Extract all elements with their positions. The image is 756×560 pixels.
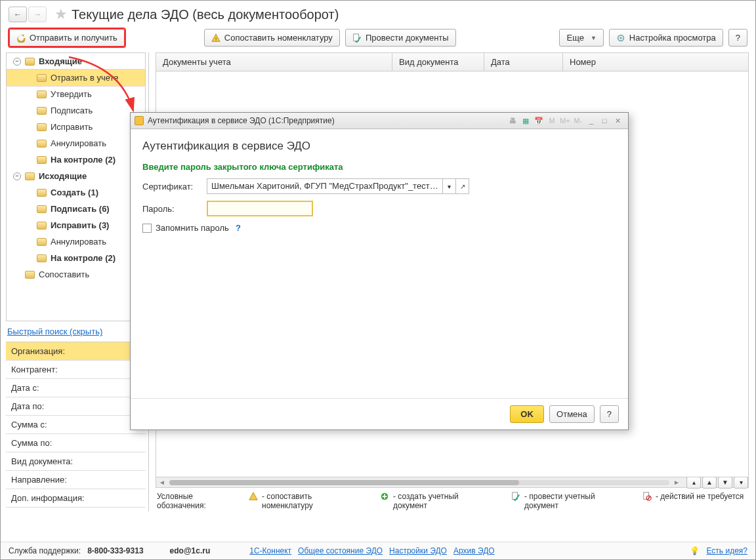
send-receive-label: Отправить и получить	[30, 33, 117, 43]
horizontal-scrollbar[interactable]: ◄ ► ▴ ▲ ▼ ▾	[156, 477, 749, 488]
legend-item-post: - провести учетный документ	[511, 492, 616, 510]
grid-icon[interactable]: ▦	[519, 115, 532, 127]
scroll-down-button[interactable]: ▼	[718, 477, 732, 489]
warning-icon	[249, 492, 258, 501]
remember-password-checkbox[interactable]	[142, 224, 152, 233]
column-date[interactable]: Дата	[484, 53, 563, 71]
filter-organization[interactable]: Организация:	[6, 342, 146, 361]
tree-item-label: На контроле (2)	[51, 253, 116, 263]
help-button[interactable]: ?	[728, 29, 747, 47]
tree-approve[interactable]: Утвердить	[7, 86, 145, 102]
tree-item-label: Отразить в учете	[51, 73, 119, 83]
filter-sum-to[interactable]: Сумма по:	[6, 434, 146, 452]
modal-titlebar[interactable]: Аутентификация в сервисе ЭДО (1С:Предпри…	[131, 113, 628, 129]
ok-button[interactable]: OK	[510, 405, 544, 423]
chevron-down-icon[interactable]: ▾	[442, 179, 455, 193]
nav-forward-button[interactable]: →	[28, 7, 47, 22]
print-icon[interactable]: 🖶	[506, 115, 519, 127]
tree-sign-out[interactable]: Подписать (6)	[7, 201, 145, 217]
more-button[interactable]: Еще ▼	[559, 29, 603, 47]
folder-icon	[25, 58, 35, 66]
m-plus-button[interactable]: M+	[558, 115, 572, 127]
tree-outgoing-label: Исходящие	[39, 171, 87, 181]
quick-search-link[interactable]: Быстрый поиск (скрыть)	[6, 321, 146, 342]
post-documents-button[interactable]: Провести документы	[345, 29, 456, 47]
tree-reflect-in-accounting[interactable]: Отразить в учете	[7, 70, 145, 86]
modal-help-button[interactable]: ?	[600, 405, 619, 423]
tree-annul[interactable]: Аннулировать	[7, 135, 145, 151]
minimize-icon[interactable]: _	[585, 115, 598, 127]
tree-correct[interactable]: Исправить	[7, 119, 145, 135]
modal-subheading: Введите пароль закрытого ключа сертифика…	[142, 162, 616, 172]
tree-item-label: Утвердить	[51, 89, 92, 99]
filter-counterparty[interactable]: Контрагент:	[6, 361, 146, 379]
modal-titlebar-text: Аутентификация в сервисе ЭДО (1С:Предпри…	[148, 116, 335, 125]
tree-sign[interactable]: Подписать	[7, 102, 145, 119]
column-number[interactable]: Номер	[563, 53, 748, 71]
favorite-star-icon[interactable]: ★	[54, 6, 68, 23]
folder-icon	[37, 238, 47, 246]
folder-icon	[25, 172, 35, 180]
certificate-value: Шмельман Харитоний, ФГУП "МедСтрахПродук…	[207, 179, 442, 193]
help-icon[interactable]: ?	[236, 223, 241, 233]
filter-date-to[interactable]: Дата по:	[6, 397, 146, 416]
maximize-icon[interactable]: □	[598, 115, 611, 127]
tree-incoming[interactable]: − Входящие	[7, 53, 145, 70]
app-icon	[135, 116, 144, 125]
folder-icon	[25, 271, 35, 279]
folder-tree[interactable]: − Входящие Отразить в учете Утвердить По…	[6, 52, 146, 321]
tree-item-label: Аннулировать	[51, 138, 106, 148]
gear-icon	[616, 33, 625, 43]
collapse-icon[interactable]: −	[13, 58, 21, 66]
scroll-bottom-button[interactable]: ▾	[734, 477, 748, 489]
view-settings-label: Настройка просмотра	[629, 33, 716, 43]
tree-on-control-out[interactable]: На контроле (2)	[7, 250, 145, 266]
filter-sum-from[interactable]: Сумма с:	[6, 416, 146, 434]
calendar-icon[interactable]: 📅	[532, 115, 545, 127]
footer-link-settings[interactable]: Настройки ЭДО	[389, 546, 447, 555]
support-label: Служба поддержки:	[9, 546, 81, 555]
footer-link-archive[interactable]: Архив ЭДО	[453, 546, 495, 555]
tree-annul-out[interactable]: Аннулировать	[7, 233, 145, 250]
tree-item-label: Аннулировать	[51, 237, 106, 247]
filter-doc-type[interactable]: Вид документа:	[6, 452, 146, 471]
filter-direction[interactable]: Направление:	[6, 471, 146, 489]
folder-icon	[37, 107, 47, 115]
send-receive-button[interactable]: Отправить и получить	[9, 28, 125, 47]
tree-create[interactable]: Создать (1)	[7, 184, 145, 201]
cancel-button[interactable]: Отмена	[549, 405, 595, 423]
footer-link-status[interactable]: Общее состояние ЭДО	[298, 546, 383, 555]
scroll-up-button[interactable]: ▲	[702, 477, 717, 489]
folder-icon	[37, 74, 47, 82]
tree-correct-out[interactable]: Исправить (3)	[7, 217, 145, 233]
refresh-icon	[16, 33, 26, 43]
svg-point-3	[620, 37, 622, 39]
plus-circle-icon	[380, 492, 389, 501]
document-check-icon	[511, 492, 520, 501]
view-settings-button[interactable]: Настройка просмотра	[609, 29, 723, 47]
open-icon[interactable]: ↗	[455, 179, 469, 193]
filter-date-from[interactable]: Дата с:	[6, 379, 146, 397]
tree-item-label: На контроле (2)	[51, 155, 116, 165]
m-minus-button[interactable]: M-	[572, 115, 585, 127]
match-nomenclature-button[interactable]: ! Сопоставить номенклатуру	[204, 29, 340, 47]
nav-back-button[interactable]: ←	[9, 7, 27, 22]
column-documents[interactable]: Документы учета	[156, 53, 392, 71]
close-icon[interactable]: ✕	[611, 115, 624, 127]
scroll-top-button[interactable]: ▴	[686, 477, 701, 489]
tree-on-control-in[interactable]: На контроле (2)	[7, 151, 145, 168]
column-doc-type[interactable]: Вид документа	[392, 53, 484, 71]
password-input[interactable]	[207, 201, 313, 216]
filter-extra-info[interactable]: Доп. информация:	[6, 489, 146, 508]
tree-outgoing[interactable]: − Исходящие	[7, 168, 145, 184]
idea-link[interactable]: Есть идея?	[706, 546, 747, 555]
m-button[interactable]: M	[545, 115, 558, 127]
certificate-select[interactable]: Шмельман Харитоний, ФГУП "МедСтрахПродук…	[207, 178, 469, 194]
folder-icon	[37, 222, 47, 230]
filter-list: Организация: Контрагент: Дата с: Дата по…	[6, 342, 146, 508]
footer-link-connect[interactable]: 1С-Коннект	[249, 546, 291, 555]
folder-icon	[37, 123, 47, 131]
collapse-icon[interactable]: −	[13, 172, 21, 180]
tree-match[interactable]: Сопоставить	[7, 266, 145, 283]
remember-password-label: Запомнить пароль	[156, 223, 229, 233]
